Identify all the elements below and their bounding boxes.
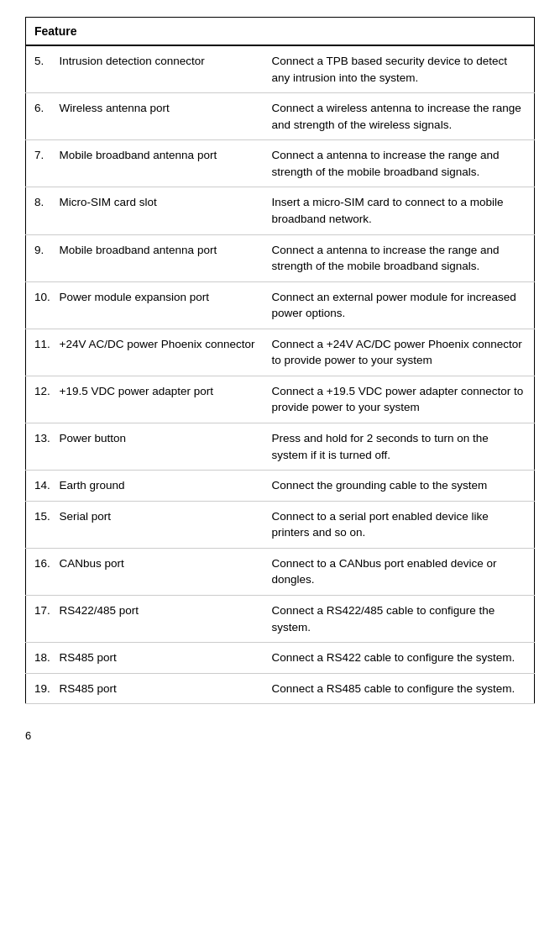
feature-name-cell: 12. +19.5 VDC power adapter port [26, 376, 264, 423]
feature-name-cell: 6. Wireless antenna port [26, 93, 264, 140]
feature-name-cell: 16. CANbus port [26, 548, 264, 595]
feature-name-cell: 13. Power button [26, 423, 264, 471]
feature-number: 10. [34, 289, 53, 306]
feature-description-cell: Connect a antenna to increase the range … [264, 234, 535, 281]
feature-name-cell: 7. Mobile broadband antenna port [26, 140, 264, 187]
feature-description-cell: Connect an external power module for inc… [264, 281, 535, 329]
table-row: 13. Power buttonPress and hold for 2 sec… [26, 423, 535, 471]
feature-number: 8. [34, 194, 53, 211]
table-row: 9. Mobile broadband antenna portConnect … [26, 234, 535, 281]
table-row: 8. Micro-SIM card slotInsert a micro-SIM… [26, 187, 535, 234]
feature-number: 12. [34, 383, 53, 400]
feature-number: 16. [34, 555, 53, 572]
table-row: 10. Power module expansion portConnect a… [26, 281, 535, 329]
feature-description-cell: Connect a antenna to increase the range … [264, 140, 535, 187]
feature-number: 14. [34, 477, 53, 494]
feature-name-cell: 17. RS422/485 port [26, 595, 264, 642]
feature-description-cell: Connect the grounding cable to the syste… [264, 471, 535, 502]
feature-table: Feature 5. Intrusion detection connector… [25, 17, 535, 704]
table-row: 19. RS485 portConnect a RS485 cable to c… [26, 673, 535, 704]
table-row: 11. +24V AC/DC power Phoenix connectorCo… [26, 329, 535, 376]
feature-name-cell: 10. Power module expansion port [26, 281, 264, 329]
feature-description-cell: Connect a RS485 cable to configure the s… [264, 673, 535, 704]
feature-description-cell: Connect a RS422/485 cable to configure t… [264, 595, 535, 642]
table-row: 17. RS422/485 portConnect a RS422/485 ca… [26, 595, 535, 642]
page-number: 6 [25, 729, 535, 742]
feature-description-cell: Connect a wireless antenna to increase t… [264, 93, 535, 140]
feature-number: 9. [34, 242, 53, 259]
feature-number: 13. [34, 430, 53, 447]
table-row: 14. Earth groundConnect the grounding ca… [26, 471, 535, 502]
table-row: 7. Mobile broadband antenna portConnect … [26, 140, 535, 187]
table-row: 12. +19.5 VDC power adapter portConnect … [26, 376, 535, 423]
feature-name-cell: 18. RS485 port [26, 643, 264, 674]
feature-description-cell: Connect to a CANbus port enabled device … [264, 548, 535, 595]
feature-name-cell: 19. RS485 port [26, 673, 264, 704]
feature-number: 18. [34, 649, 53, 666]
feature-name-cell: 9. Mobile broadband antenna port [26, 234, 264, 281]
feature-number: 5. [34, 53, 53, 70]
feature-description-cell: Insert a micro-SIM card to connect to a … [264, 187, 535, 234]
feature-number: 19. [34, 681, 53, 697]
feature-name-cell: 8. Micro-SIM card slot [26, 187, 264, 234]
feature-description-cell: Connect to a serial port enabled device … [264, 501, 535, 548]
table-row: 15. Serial portConnect to a serial port … [26, 501, 535, 548]
feature-name-cell: 14. Earth ground [26, 471, 264, 502]
feature-number: 15. [34, 508, 53, 525]
table-row: 5. Intrusion detection connectorConnect … [26, 45, 535, 93]
feature-number: 7. [34, 147, 53, 164]
feature-name-cell: 15. Serial port [26, 501, 264, 548]
feature-name-cell: 11. +24V AC/DC power Phoenix connector [26, 329, 264, 376]
table-row: 6. Wireless antenna portConnect a wirele… [26, 93, 535, 140]
feature-description-cell: Connect a RS422 cable to configure the s… [264, 643, 535, 674]
table-row: 16. CANbus portConnect to a CANbus port … [26, 548, 535, 595]
feature-number: 11. [34, 336, 53, 353]
table-header: Feature [26, 18, 535, 46]
feature-name-cell: 5. Intrusion detection connector [26, 45, 264, 93]
feature-description-cell: Connect a +24V AC/DC power Phoenix conne… [264, 329, 535, 376]
table-row: 18. RS485 portConnect a RS422 cable to c… [26, 643, 535, 674]
feature-description-cell: Connect a +19.5 VDC power adapter connec… [264, 376, 535, 423]
feature-number: 6. [34, 100, 53, 117]
page-container: Feature 5. Intrusion detection connector… [25, 17, 535, 742]
feature-description-cell: Press and hold for 2 seconds to turn on … [264, 423, 535, 471]
feature-description-cell: Connect a TPB based security device to d… [264, 45, 535, 93]
feature-number: 17. [34, 602, 53, 619]
